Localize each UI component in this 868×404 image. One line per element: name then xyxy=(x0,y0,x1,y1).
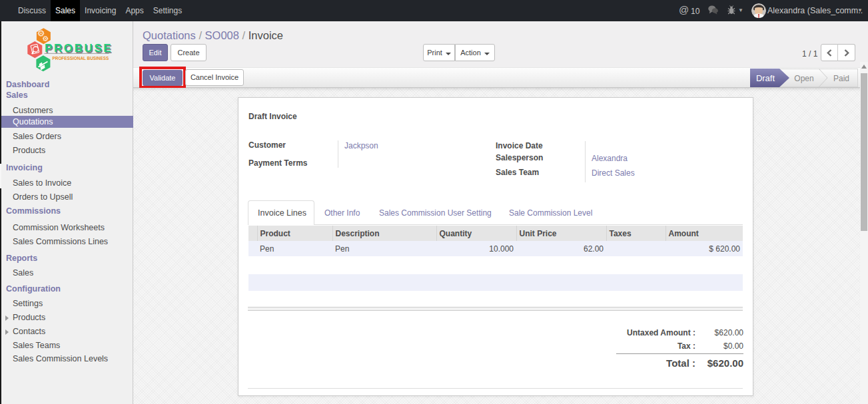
svg-text:PROFESSIONAL BUSINESS: PROFESSIONAL BUSINESS xyxy=(53,56,109,61)
svg-text:Open: Open xyxy=(794,74,813,83)
svg-text:Paid: Paid xyxy=(833,74,849,83)
svg-text:Draft: Draft xyxy=(756,73,775,83)
svg-text:PROBUSE: PROBUSE xyxy=(45,42,113,55)
